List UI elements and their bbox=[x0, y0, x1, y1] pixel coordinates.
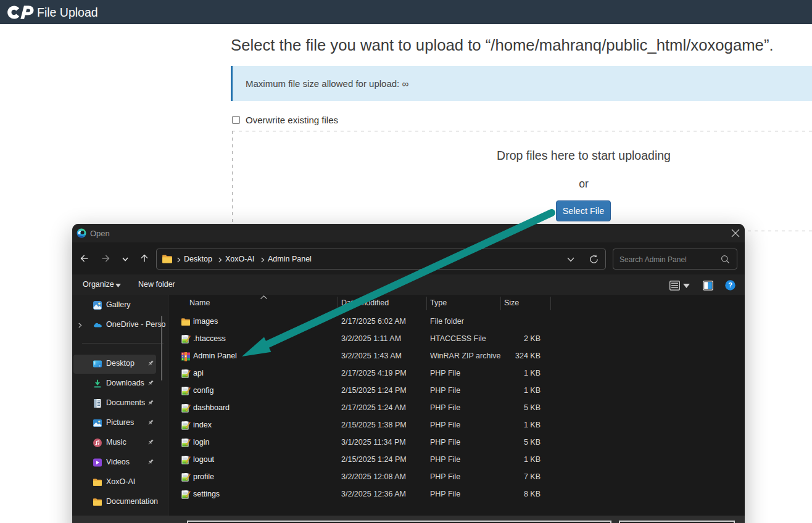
svg-text:?: ? bbox=[728, 281, 732, 289]
